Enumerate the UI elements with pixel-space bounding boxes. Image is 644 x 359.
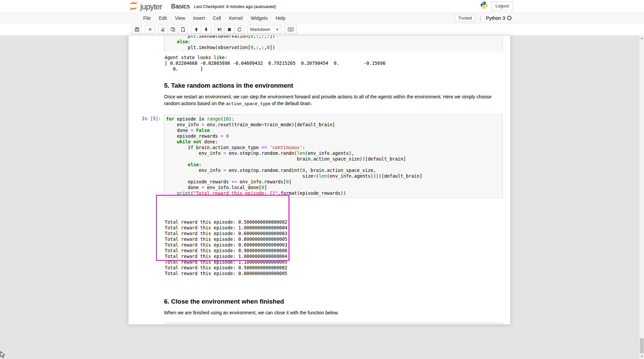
markdown-cell-6[interactable]: 6. Close the environment when finished W… <box>164 298 503 316</box>
output-text: Total reward this episode: 0.50000000000… <box>165 219 503 276</box>
kernel-separator: | <box>480 15 481 21</box>
section-heading-6: 6. Close the environment when finished <box>164 298 503 305</box>
cell-type-select[interactable]: Markdown ▼ <box>248 25 281 34</box>
chevron-down-icon: ▼ <box>276 28 279 31</box>
menu-bar: File Edit View Insert Cell Kernel Widget… <box>0 12 644 24</box>
save-button[interactable] <box>132 25 142 34</box>
cell-output-rewards: Total reward this episode: 0.50000000000… <box>133 202 503 288</box>
move-cell-up-button[interactable] <box>191 25 201 34</box>
mouse-cursor-icon <box>0 351 5 359</box>
paste-cell-button[interactable] <box>178 25 188 34</box>
section-paragraph-5: Once we restart an environment, we can s… <box>164 93 499 107</box>
section-paragraph-6: When we are finished using an environmen… <box>164 309 499 316</box>
cell-in5: In [5]: for episode in range(10): env_in… <box>133 115 503 198</box>
kernel-idle-icon <box>507 16 512 20</box>
cell-type-value: Markdown <box>250 27 270 32</box>
menu-view[interactable]: View <box>171 13 189 23</box>
cell-in6: In [6]: env.close() <box>133 323 503 325</box>
checkpoint-status: Last Checkpoint: 8 minutes ago (autosave… <box>194 4 276 9</box>
copy-icon <box>170 27 175 32</box>
output-text: Agent state looks like: [ 0.02204668 -0.… <box>164 55 503 72</box>
cut-cell-button[interactable] <box>158 25 168 34</box>
python-logo-icon <box>480 1 488 11</box>
plus-icon <box>148 27 152 32</box>
scrollbar-thumb[interactable] <box>640 338 644 353</box>
stop-icon <box>227 28 231 32</box>
menu-file[interactable]: File <box>139 13 155 23</box>
arrow-down-icon <box>204 27 208 32</box>
notebook-container: plt.imshow(observation[0,:,:,:]) else: p… <box>128 35 511 325</box>
restart-kernel-button[interactable] <box>234 25 245 34</box>
jupyter-wordmark: jupyter <box>140 2 162 11</box>
save-icon <box>135 27 140 32</box>
keyboard-icon <box>288 27 293 32</box>
copy-cell-button[interactable] <box>168 25 178 34</box>
move-cell-down-button[interactable] <box>201 25 211 34</box>
kernel-name: Python 3 <box>486 15 505 21</box>
menu-insert[interactable]: Insert <box>189 13 209 23</box>
cell-prompt-in6: In [6]: <box>133 323 164 325</box>
run-cell-button[interactable] <box>214 25 224 34</box>
scrollbar-up-icon[interactable]: ▲ <box>639 35 644 41</box>
menu-help[interactable]: Help <box>272 13 289 23</box>
markdown-cell-5[interactable]: 5. Take random actions in the environmen… <box>164 82 503 107</box>
jupyter-logo-icon <box>129 1 140 12</box>
section-heading-5: 5. Take random actions in the environmen… <box>164 82 503 89</box>
logout-button[interactable]: Logout <box>491 1 513 10</box>
cell-output-agent-state: Agent state looks like: [ 0.02204668 -0.… <box>133 55 503 72</box>
cell-prompt <box>133 36 164 51</box>
kernel-indicator: Python 3 <box>486 15 512 21</box>
jupyter-logo[interactable]: jupyter <box>129 1 162 12</box>
notebook-title[interactable]: Basics <box>171 3 190 10</box>
scissors-icon <box>161 27 166 32</box>
code-editor-in6[interactable]: env.close() <box>164 323 503 325</box>
clipboard-icon <box>180 27 185 32</box>
menu-cell[interactable]: Cell <box>209 13 225 23</box>
command-palette-button[interactable] <box>284 25 297 34</box>
trusted-badge: Trusted <box>455 15 475 21</box>
toolbar: Markdown ▼ <box>0 24 644 35</box>
arrow-up-icon <box>194 27 199 32</box>
menu-widgets[interactable]: Widgets <box>247 13 272 23</box>
add-cell-button[interactable] <box>145 25 155 34</box>
code-editor-in5[interactable]: for episode in range(10): env_info = env… <box>164 115 503 198</box>
cell-prompt-in5: In [5]: <box>133 115 164 198</box>
stop-kernel-button[interactable] <box>224 25 234 34</box>
menu-edit[interactable]: Edit <box>155 13 171 23</box>
vertical-scrollbar[interactable]: ▲ ▼ <box>639 35 644 359</box>
run-icon <box>217 27 222 32</box>
top-bar: jupyter Basics Last Checkpoint: 8 minute… <box>0 0 644 12</box>
scrollbar-down-icon[interactable]: ▼ <box>639 354 644 359</box>
code-editor-partial[interactable]: plt.imshow(observation[0,:,:,:]) else: p… <box>164 36 503 51</box>
cell-partial-top: plt.imshow(observation[0,:,:,:]) else: p… <box>133 36 503 51</box>
menu-kernel[interactable]: Kernel <box>225 13 247 23</box>
restart-icon <box>237 27 242 32</box>
